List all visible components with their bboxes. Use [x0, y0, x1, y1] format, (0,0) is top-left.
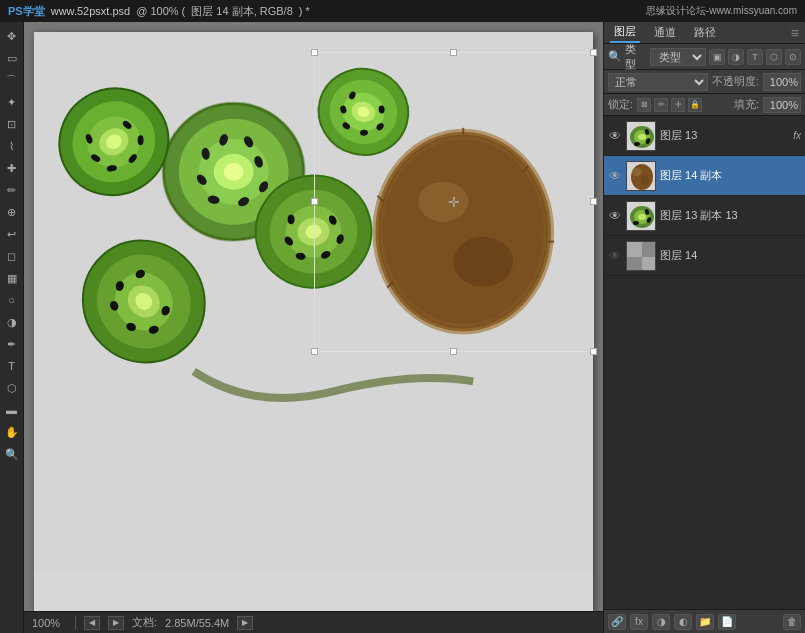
svg-point-83	[638, 214, 646, 220]
magic-wand-tool[interactable]: ✦	[2, 92, 22, 112]
tab-channels[interactable]: 通道	[650, 23, 680, 42]
hand-tool[interactable]: ✋	[2, 422, 22, 442]
zoom-tool[interactable]: 🔍	[2, 444, 22, 464]
clone-tool[interactable]: ⊕	[2, 202, 22, 222]
nav-left-btn[interactable]: ◀	[84, 616, 100, 630]
tab-layers[interactable]: 图层	[610, 22, 640, 43]
layer-visibility-layer13-copy[interactable]: 👁	[608, 209, 622, 223]
svg-point-72	[638, 134, 646, 140]
lock-paint-icon[interactable]: ✏	[654, 98, 668, 112]
delete-layer-btn[interactable]: 🗑	[783, 614, 801, 630]
filter-pixel-icon[interactable]: ▣	[709, 49, 725, 65]
layer-visibility-layer13[interactable]: 👁	[608, 129, 622, 143]
svg-point-5	[224, 163, 244, 181]
svg-point-63	[453, 237, 513, 287]
marquee-tool[interactable]: ▭	[2, 48, 22, 68]
panel-menu-icon[interactable]: ≡	[791, 25, 799, 41]
lock-label: 锁定:	[608, 97, 633, 112]
fill-input[interactable]	[763, 97, 801, 113]
title-bar-zoom: @ 100% (	[136, 5, 185, 17]
svg-rect-89	[642, 257, 656, 271]
layer-name-layer13-copy: 图层 13 副本 13	[660, 208, 801, 223]
type-tool[interactable]: T	[2, 356, 22, 376]
title-bar-modified: ) *	[299, 5, 310, 17]
lasso-tool[interactable]: ⌒	[2, 70, 22, 90]
new-layer-btn[interactable]: 📄	[718, 614, 736, 630]
nav-right-btn[interactable]: ▶	[108, 616, 124, 630]
app-logo: PS学堂	[8, 4, 45, 19]
add-style-btn[interactable]: fx	[630, 614, 648, 630]
healing-tool[interactable]: ✚	[2, 158, 22, 178]
eraser-tool[interactable]: ◻	[2, 246, 22, 266]
filter-icons: ▣ ◑ T ⬡ ⊙	[709, 49, 801, 65]
lock-icons-group: ⊠ ✏ ✛ 🔒	[637, 98, 702, 112]
svg-point-79	[641, 175, 649, 185]
eyedropper-tool[interactable]: ⌇	[2, 136, 22, 156]
status-bar: 100% ◀ ▶ 文档: 2.85M/55.4M ▶	[24, 611, 603, 633]
pen-tool[interactable]: ✒	[2, 334, 22, 354]
filter-type-label: 类型	[625, 42, 645, 72]
doc-label: 文档:	[132, 615, 157, 630]
right-panel: 图层 通道 路径 ≡ 🔍 类型 类型 名称 效果 模式 属性 ▣ ◑ T ⬡ ⊙	[603, 22, 805, 633]
layers-list[interactable]: 👁 图层 13 fx 👁	[604, 116, 805, 609]
shape-tool[interactable]: ▬	[2, 400, 22, 420]
gradient-tool[interactable]: ▦	[2, 268, 22, 288]
brush-tool[interactable]: ✏	[2, 180, 22, 200]
opacity-input[interactable]	[763, 73, 801, 91]
history-tool[interactable]: ↩	[2, 224, 22, 244]
dodge-tool[interactable]: ◑	[2, 312, 22, 332]
path-tool[interactable]: ⬡	[2, 378, 22, 398]
canvas-image	[34, 32, 593, 571]
svg-point-78	[632, 168, 642, 176]
layer-name-layer14: 图层 14	[660, 248, 801, 263]
link-layers-btn[interactable]: 🔗	[608, 614, 626, 630]
layer-thumb-layer13-copy	[626, 201, 656, 231]
title-bar: PS学堂 www.52psxt.psd @ 100% ( 图层 14 副本, R…	[0, 0, 805, 22]
tab-paths[interactable]: 路径	[690, 23, 720, 42]
blur-tool[interactable]: ○	[2, 290, 22, 310]
title-bar-title: www.52psxt.psd	[51, 5, 130, 17]
photoshop-canvas[interactable]: ✛	[34, 32, 593, 611]
title-bar-right: 思缘设计论坛-www.missyuan.com	[646, 4, 797, 18]
layer-visibility-layer14-copy[interactable]: 👁	[608, 169, 622, 183]
lock-transparent-icon[interactable]: ⊠	[637, 98, 651, 112]
svg-rect-88	[627, 242, 642, 257]
new-group-btn[interactable]: 📁	[696, 614, 714, 630]
doc-size: 2.85M/55.4M	[165, 617, 229, 629]
filter-smart-icon[interactable]: ⊙	[785, 49, 801, 65]
svg-point-62	[418, 182, 468, 222]
lock-position-icon[interactable]: ✛	[671, 98, 685, 112]
filter-shape-icon[interactable]: ⬡	[766, 49, 782, 65]
canvas-content: ✛	[24, 22, 603, 611]
filter-adjust-icon[interactable]: ◑	[728, 49, 744, 65]
layer-item-layer13-copy[interactable]: 👁 图层 13 副本 13	[604, 196, 805, 236]
main-container: ✥ ▭ ⌒ ✦ ⊡ ⌇ ✚ ✏ ⊕ ↩ ◻ ▦ ○ ◑ ✒ T ⬡ ▬ ✋ 🔍	[0, 22, 805, 633]
lock-row: 锁定: ⊠ ✏ ✛ 🔒 填充:	[604, 94, 805, 116]
crop-tool[interactable]: ⊡	[2, 114, 22, 134]
panel-bottom-bar: 🔗 fx ◑ ◐ 📁 📄 🗑	[604, 609, 805, 633]
filter-type-icon[interactable]: T	[747, 49, 763, 65]
fill-label: 填充:	[734, 97, 759, 112]
layer-item-layer13[interactable]: 👁 图层 13 fx	[604, 116, 805, 156]
layer-visibility-layer14[interactable]: 👁	[608, 249, 622, 263]
layer-thumb-layer13	[626, 121, 656, 151]
blend-mode-select[interactable]: 正常 溶解 变暗 正片叠底	[608, 73, 708, 91]
svg-point-58	[288, 214, 295, 224]
move-tool[interactable]: ✥	[2, 26, 22, 46]
add-mask-btn[interactable]: ◑	[652, 614, 670, 630]
blend-mode-row: 正常 溶解 变暗 正片叠底 不透明度:	[604, 70, 805, 94]
tools-panel: ✥ ▭ ⌒ ✦ ⊡ ⌇ ✚ ✏ ⊕ ↩ ◻ ▦ ○ ◑ ✒ T ⬡ ▬ ✋ 🔍	[0, 22, 24, 633]
canvas-area[interactable]: ✛ 100% ◀ ▶ 文档: 2.85M/55.4M ▶	[24, 22, 603, 633]
filter-type-select[interactable]: 类型 名称 效果 模式 属性	[650, 48, 706, 66]
layers-filter-toolbar: 🔍 类型 类型 名称 效果 模式 属性 ▣ ◑ T ⬡ ⊙	[604, 44, 805, 70]
layer-name-layer14-copy: 图层 14 副本	[660, 168, 801, 183]
lock-all-icon[interactable]: 🔒	[688, 98, 702, 112]
add-adjustment-btn[interactable]: ◐	[674, 614, 692, 630]
status-info-btn[interactable]: ▶	[237, 616, 253, 630]
svg-point-21	[138, 135, 144, 145]
layer-item-layer14[interactable]: 👁 图层 14	[604, 236, 805, 276]
layer-item-layer14-copy[interactable]: 👁 图层 14 副本	[604, 156, 805, 196]
title-bar-layer-info: 图层 14 副本, RGB/8	[191, 4, 292, 19]
layer-thumb-layer14	[626, 241, 656, 271]
opacity-label: 不透明度:	[712, 74, 759, 89]
